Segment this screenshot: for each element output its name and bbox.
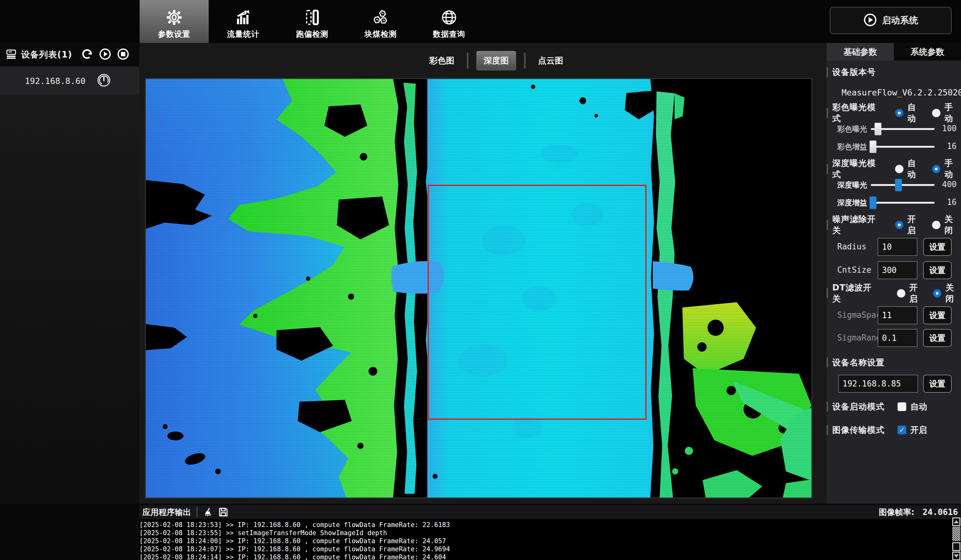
section-device-name: 设备名称设置 — [827, 357, 884, 368]
color-gain-slider[interactable] — [871, 146, 935, 148]
toolbar-item-deviation-detection[interactable]: 跑偏检测 — [278, 0, 347, 43]
main-toolbar: 参数设置 流量统计 跑偏检测 — [0, 0, 961, 43]
radio-color-manual[interactable] — [932, 109, 940, 117]
gear-icon — [166, 9, 183, 26]
sigma-range-set-button[interactable]: 设置 — [923, 329, 952, 347]
section-accent-bar — [827, 358, 828, 367]
refresh-icon[interactable] — [81, 48, 93, 62]
device-list-icon — [6, 48, 17, 61]
scrollbar-thumb[interactable] — [952, 527, 960, 541]
device-name-set-button[interactable]: 设置 — [923, 375, 952, 393]
radio-depth-manual-label: 手动 — [945, 158, 961, 180]
radio-depth-auto[interactable] — [895, 165, 903, 173]
depth-exposure-handle[interactable] — [895, 179, 902, 191]
depth-gain-slider[interactable] — [871, 202, 935, 204]
color-exposure-slider-row: 彩色曝光 100 — [827, 123, 961, 136]
sigma-space-set-button[interactable]: 设置 — [923, 306, 952, 324]
radio-noise-on[interactable] — [895, 221, 903, 229]
viewer-tab-bar: 彩色图 深度图 点云图 — [425, 51, 567, 70]
console-title: 应用程序输出 — [143, 507, 191, 518]
roi-rectangle[interactable] — [427, 185, 646, 420]
color-exposure-handle[interactable] — [874, 123, 881, 135]
cntsize-set-button[interactable]: 设置 — [923, 261, 952, 279]
toolbar-item-coal-detection[interactable]: 块煤检测 — [346, 0, 415, 43]
sigma-range-input[interactable] — [877, 329, 918, 347]
radius-input[interactable] — [877, 238, 918, 256]
start-system-button[interactable]: 启动系统 — [830, 7, 952, 34]
section-accent-bar — [827, 67, 828, 77]
toolbar-item-label: 参数设置 — [158, 29, 190, 39]
log-line: [2025-02-08 18:23:55] >> setImageTransfe… — [139, 529, 952, 537]
device-row[interactable]: 192.168.8.60 — [0, 67, 139, 95]
save-log-icon[interactable] — [218, 507, 228, 517]
tab-color-image[interactable]: 彩色图 — [425, 52, 459, 69]
toolbar-item-parameter-settings[interactable]: 参数设置 — [140, 0, 209, 43]
color-exposure-slider[interactable] — [871, 128, 935, 130]
device-name-row: 设置 — [827, 375, 961, 393]
section-device-version: 设备版本号 — [827, 67, 876, 78]
depth-gain-handle[interactable] — [869, 196, 876, 209]
section-accent-bar — [827, 402, 828, 412]
deviation-icon — [304, 9, 321, 26]
color-gain-value: 16 — [938, 141, 957, 151]
scrollbar-track-button[interactable] — [952, 542, 960, 551]
section-transfer-mode: 图像传输模式 ✓ 开启 — [827, 424, 927, 436]
stop-icon[interactable] — [117, 48, 129, 62]
radio-color-auto[interactable] — [895, 109, 903, 117]
device-list-title: 设备列表(1) — [21, 49, 72, 61]
radius-label: Radius — [837, 242, 866, 251]
start-mode-checkbox[interactable] — [898, 402, 906, 411]
log-line: [2025-02-08 18:24:00] >> IP: 192.168.8.6… — [139, 537, 952, 545]
radio-dt-off-label: 关闭 — [945, 282, 961, 305]
tab-pointcloud-image[interactable]: 点云图 — [534, 52, 567, 69]
section-accent-bar — [827, 164, 828, 174]
color-gain-label: 彩色增益 — [817, 142, 867, 152]
start-system-label: 启动系统 — [882, 14, 918, 27]
depth-gain-value: 16 — [938, 197, 957, 207]
play-icon[interactable] — [99, 48, 111, 62]
depth-gain-slider-row: 深度增益 16 — [827, 196, 961, 210]
radio-dt-on[interactable] — [897, 289, 905, 298]
section-accent-bar — [827, 108, 828, 118]
radio-dt-off[interactable] — [933, 289, 942, 298]
log-line: [2025-02-08 18:24:14] >> IP: 192.168.8.6… — [139, 553, 952, 560]
cntsize-input[interactable] — [877, 261, 918, 279]
play-circle-icon — [863, 13, 877, 28]
device-name-input[interactable] — [838, 375, 918, 393]
console-scrollbar[interactable] — [952, 517, 961, 560]
app-window: 参数设置 流量统计 跑偏检测 — [0, 0, 961, 560]
clear-log-icon[interactable] — [203, 507, 214, 517]
globe-icon — [441, 9, 458, 26]
tab-basic-params[interactable]: 基础参数 — [827, 43, 894, 61]
radio-noise-off[interactable] — [932, 221, 940, 229]
radio-dt-on-label: 开启 — [910, 282, 925, 305]
tab-system-params[interactable]: 系统参数 — [894, 43, 961, 61]
color-gain-slider-row: 彩色增益 16 — [827, 141, 961, 154]
toolbar-item-label: 块煤检测 — [365, 29, 397, 39]
depth-exposure-slider[interactable] — [871, 184, 935, 186]
tab-divider — [524, 53, 525, 69]
radio-color-auto-label: 自动 — [908, 102, 924, 124]
scroll-down-button[interactable] — [952, 552, 960, 560]
radius-set-button[interactable]: 设置 — [923, 238, 952, 256]
parameter-panel: 基础参数 系统参数 设备版本号 MeasureFlow_V6.2.2.25020… — [827, 43, 961, 504]
toolbar-item-label: 数据查询 — [433, 29, 465, 39]
viewer-area: 彩色图 深度图 点云图 — [139, 43, 827, 504]
color-gain-handle[interactable] — [869, 141, 876, 153]
scroll-up-button[interactable] — [952, 517, 960, 526]
power-icon[interactable] — [97, 73, 111, 88]
toolbar-item-data-query[interactable]: 数据查询 — [415, 0, 484, 43]
tab-depth-image[interactable]: 深度图 — [476, 51, 516, 70]
framerate-status: 图像帧率: 24.0616 — [879, 507, 958, 518]
depth-image-view[interactable] — [145, 78, 812, 498]
radio-depth-manual[interactable] — [932, 165, 940, 173]
sigma-space-input[interactable] — [877, 306, 918, 324]
toolbar-item-label: 跑偏检测 — [296, 29, 328, 39]
console-log[interactable]: [2025-02-08 18:23:53] >> IP: 192.168.8.6… — [139, 519, 952, 560]
noise-filter-label: 噪声滤除开关 — [832, 213, 884, 236]
section-accent-bar — [827, 288, 828, 298]
parameter-tabs: 基础参数 系统参数 — [827, 43, 961, 61]
color-exposure-value: 100 — [938, 124, 957, 133]
transfer-mode-checkbox[interactable]: ✓ — [898, 426, 906, 434]
toolbar-item-flow-statistics[interactable]: 流量统计 — [209, 0, 278, 43]
